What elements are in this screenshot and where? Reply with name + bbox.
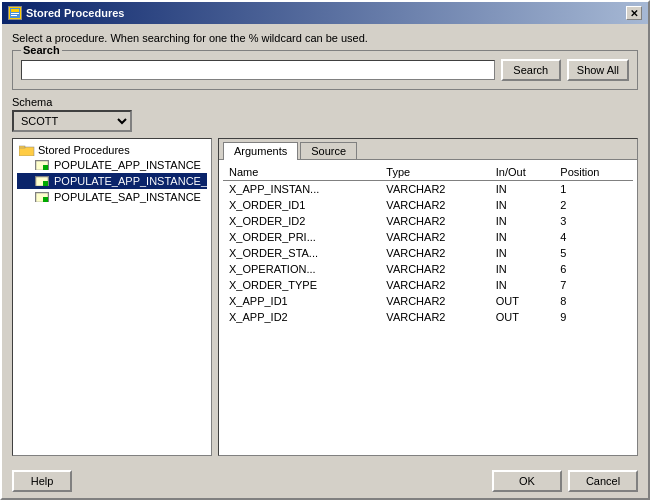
cell-type-4: VARCHAR2 <box>380 245 489 261</box>
cell-position-6: 7 <box>554 277 633 293</box>
cell-type-8: VARCHAR2 <box>380 309 489 325</box>
tree-panel: Stored Procedures POPULATE_APP_INSTANC <box>12 138 212 456</box>
tab-source[interactable]: Source <box>300 142 357 159</box>
table-row: X_APP_ID1VARCHAR2OUT8 <box>223 293 633 309</box>
schema-select[interactable]: SCOTT <box>12 110 132 132</box>
main-window: Stored Procedures ✕ Select a procedure. … <box>0 0 650 500</box>
cell-type-5: VARCHAR2 <box>380 261 489 277</box>
footer-right: OK Cancel <box>492 470 638 492</box>
tree-item-2[interactable]: POPULATE_SAP_INSTANCE <box>17 189 207 205</box>
table-row: X_ORDER_ID1VARCHAR2IN2 <box>223 197 633 213</box>
tree-item-label-2: POPULATE_SAP_INSTANCE <box>54 191 201 203</box>
window-title: Stored Procedures <box>26 7 124 19</box>
svg-rect-3 <box>11 15 17 16</box>
cell-type-0: VARCHAR2 <box>380 181 489 198</box>
window-content: Select a procedure. When searching for o… <box>2 24 648 464</box>
arguments-table: Name Type In/Out Position X_APP_INSTAN..… <box>223 164 633 325</box>
cell-position-1: 2 <box>554 197 633 213</box>
folder-icon <box>19 144 35 156</box>
table-row: X_OPERATION...VARCHAR2IN6 <box>223 261 633 277</box>
table-header: Name Type In/Out Position <box>223 164 633 181</box>
tree-item-label-1: POPULATE_APP_INSTANCE_1M <box>54 175 212 187</box>
svg-rect-2 <box>11 13 19 14</box>
cell-name-3: X_ORDER_PRI... <box>223 229 380 245</box>
cell-inout-7: OUT <box>490 293 555 309</box>
table-area: Name Type In/Out Position X_APP_INSTAN..… <box>219 160 637 455</box>
cell-position-7: 8 <box>554 293 633 309</box>
instructions-text: Select a procedure. When searching for o… <box>12 32 638 44</box>
svg-rect-11 <box>43 197 48 202</box>
schema-row: Schema SCOTT <box>12 96 638 132</box>
table-row: X_ORDER_ID2VARCHAR2IN3 <box>223 213 633 229</box>
search-row: Search Show All <box>21 59 629 81</box>
table-row: X_ORDER_PRI...VARCHAR2IN4 <box>223 229 633 245</box>
cell-name-6: X_ORDER_TYPE <box>223 277 380 293</box>
cell-name-7: X_APP_ID1 <box>223 293 380 309</box>
table-body: X_APP_INSTAN...VARCHAR2IN1X_ORDER_ID1VAR… <box>223 181 633 326</box>
cell-name-5: X_OPERATION... <box>223 261 380 277</box>
svg-rect-4 <box>19 147 34 156</box>
proc-icon-1 <box>35 175 51 187</box>
table-row: X_ORDER_STA...VARCHAR2IN5 <box>223 245 633 261</box>
cell-inout-1: IN <box>490 197 555 213</box>
table-row: X_APP_INSTAN...VARCHAR2IN1 <box>223 181 633 198</box>
cell-type-3: VARCHAR2 <box>380 229 489 245</box>
cell-inout-0: IN <box>490 181 555 198</box>
cell-type-1: VARCHAR2 <box>380 197 489 213</box>
col-inout: In/Out <box>490 164 555 181</box>
cell-type-2: VARCHAR2 <box>380 213 489 229</box>
cell-position-0: 1 <box>554 181 633 198</box>
col-name: Name <box>223 164 380 181</box>
cell-name-1: X_ORDER_ID1 <box>223 197 380 213</box>
cancel-button[interactable]: Cancel <box>568 470 638 492</box>
table-row: X_APP_ID2VARCHAR2OUT9 <box>223 309 633 325</box>
main-panel: Stored Procedures POPULATE_APP_INSTANC <box>12 138 638 456</box>
close-button[interactable]: ✕ <box>626 6 642 20</box>
proc-icon-2 <box>35 191 51 203</box>
cell-position-2: 3 <box>554 213 633 229</box>
tree-item-label-0: POPULATE_APP_INSTANCE <box>54 159 201 171</box>
cell-type-7: VARCHAR2 <box>380 293 489 309</box>
svg-rect-5 <box>19 146 25 148</box>
cell-position-8: 9 <box>554 309 633 325</box>
tree-root: Stored Procedures POPULATE_APP_INSTANC <box>13 139 211 209</box>
title-bar: Stored Procedures ✕ <box>2 2 648 24</box>
search-button[interactable]: Search <box>501 59 561 81</box>
show-all-button[interactable]: Show All <box>567 59 629 81</box>
proc-icon-0 <box>35 159 51 171</box>
cell-type-6: VARCHAR2 <box>380 277 489 293</box>
svg-rect-9 <box>43 181 48 186</box>
cell-inout-8: OUT <box>490 309 555 325</box>
col-type: Type <box>380 164 489 181</box>
cell-inout-6: IN <box>490 277 555 293</box>
right-panel: Arguments Source Name Type In/Out <box>218 138 638 456</box>
search-input[interactable] <box>21 60 495 80</box>
tree-item-0[interactable]: POPULATE_APP_INSTANCE <box>17 157 207 173</box>
cell-inout-5: IN <box>490 261 555 277</box>
cell-inout-2: IN <box>490 213 555 229</box>
svg-rect-1 <box>11 9 19 12</box>
cell-name-2: X_ORDER_ID2 <box>223 213 380 229</box>
cell-position-4: 5 <box>554 245 633 261</box>
cell-position-3: 4 <box>554 229 633 245</box>
search-legend: Search <box>21 44 62 56</box>
tab-arguments[interactable]: Arguments <box>223 142 298 160</box>
cell-name-4: X_ORDER_STA... <box>223 245 380 261</box>
window-icon <box>8 6 22 20</box>
tree-root-item[interactable]: Stored Procedures <box>17 143 207 157</box>
svg-rect-7 <box>43 165 48 170</box>
cell-inout-4: IN <box>490 245 555 261</box>
table-row: X_ORDER_TYPEVARCHAR2IN7 <box>223 277 633 293</box>
title-bar-left: Stored Procedures <box>8 6 124 20</box>
tabs-bar: Arguments Source <box>219 139 637 160</box>
tree-item-1[interactable]: POPULATE_APP_INSTANCE_1M <box>17 173 207 189</box>
footer: Help OK Cancel <box>2 464 648 498</box>
col-position: Position <box>554 164 633 181</box>
ok-button[interactable]: OK <box>492 470 562 492</box>
cell-name-0: X_APP_INSTAN... <box>223 181 380 198</box>
search-group: Search Search Show All <box>12 50 638 90</box>
help-button[interactable]: Help <box>12 470 72 492</box>
cell-inout-3: IN <box>490 229 555 245</box>
cell-name-8: X_APP_ID2 <box>223 309 380 325</box>
cell-position-5: 6 <box>554 261 633 277</box>
